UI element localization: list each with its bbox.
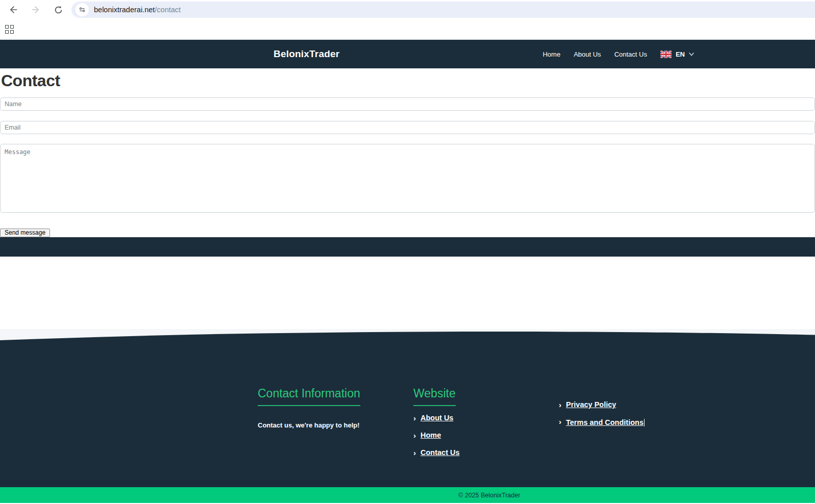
bookmarks-bar	[0, 19, 815, 40]
chevron-right-icon: ›	[413, 432, 416, 439]
footer-contact-text: Contact us, we're happy to help!	[258, 421, 360, 429]
language-selector[interactable]: EN	[660, 51, 694, 58]
footer-link-contact[interactable]: Contact Us	[421, 449, 460, 457]
text-cursor	[644, 419, 645, 426]
footer-contact-title: Contact Information	[258, 387, 360, 406]
email-input[interactable]	[0, 121, 815, 134]
message-textarea[interactable]	[0, 144, 815, 213]
url-path: /contact	[155, 6, 181, 14]
browser-toolbar: belonixtraderai.net/contact	[0, 0, 815, 19]
main-nav: Home About Us Contact Us EN	[542, 40, 694, 68]
address-bar[interactable]: belonixtraderai.net/contact	[71, 2, 815, 18]
footer-website-column: Website › About Us › Home › Contact Us	[413, 387, 460, 466]
footer-website-links: › About Us › Home › Contact Us	[413, 414, 460, 466]
dark-divider-band	[0, 237, 815, 257]
footer-legal-links: › Privacy Policy › Terms and Conditions	[559, 401, 645, 435]
footer-link-privacy[interactable]: Privacy Policy	[566, 401, 616, 409]
footer-legal-column: › Privacy Policy › Terms and Conditions	[559, 401, 645, 435]
footer-link-home[interactable]: Home	[421, 432, 441, 439]
footer-website-title: Website	[413, 387, 456, 406]
chevron-right-icon: ›	[413, 414, 416, 422]
contact-page: Contact Send message	[0, 72, 815, 237]
tune-icon	[78, 6, 86, 14]
site-settings-button[interactable]	[76, 3, 89, 16]
url-domain: belonixtraderai.net	[94, 6, 155, 14]
site-header: BelonixTrader Home About Us Contact Us E…	[0, 40, 815, 68]
footer-contact-column: Contact Information Contact us, we're ha…	[258, 387, 360, 429]
brand-logo[interactable]: BelonixTrader	[274, 48, 339, 60]
footer-section: Contact Information Contact us, we're ha…	[0, 329, 815, 503]
list-item: › About Us	[413, 414, 460, 432]
page-title: Contact	[0, 72, 815, 89]
footer: Contact Information Contact us, we're ha…	[0, 344, 815, 487]
empty-section	[0, 257, 815, 329]
url-text[interactable]: belonixtraderai.net/contact	[94, 6, 181, 14]
forward-arrow-icon	[31, 5, 41, 15]
uk-flag-icon	[660, 51, 672, 58]
contact-form: Send message	[0, 97, 815, 237]
list-item: › Terms and Conditions	[559, 418, 645, 435]
reload-icon	[54, 5, 63, 15]
footer-link-about[interactable]: About Us	[421, 414, 453, 422]
nav-link-contact[interactable]: Contact Us	[614, 51, 647, 58]
chevron-right-icon: ›	[413, 449, 416, 457]
list-item: › Privacy Policy	[559, 401, 645, 418]
back-arrow-icon	[8, 5, 18, 15]
chevron-right-icon: ›	[559, 418, 561, 425]
list-item: › Contact Us	[413, 449, 460, 466]
list-item: › Home	[413, 432, 460, 449]
nav-link-home[interactable]: Home	[542, 51, 560, 58]
copyright-bar: © 2025 BelonixTrader	[0, 487, 815, 503]
back-button[interactable]	[6, 3, 20, 17]
nav-link-about[interactable]: About Us	[574, 51, 601, 58]
apps-grid-icon[interactable]	[5, 25, 14, 34]
language-code: EN	[676, 51, 685, 58]
footer-link-terms[interactable]: Terms and Conditions	[566, 418, 644, 426]
reload-button[interactable]	[51, 3, 65, 17]
chevron-down-icon	[689, 53, 694, 56]
send-message-button[interactable]: Send message	[0, 229, 50, 237]
forward-button[interactable]	[29, 3, 43, 17]
name-input[interactable]	[0, 97, 815, 111]
chevron-right-icon: ›	[559, 401, 561, 409]
footer-curve	[0, 329, 815, 344]
copyright-text: © 2025 BelonixTrader	[458, 492, 520, 499]
